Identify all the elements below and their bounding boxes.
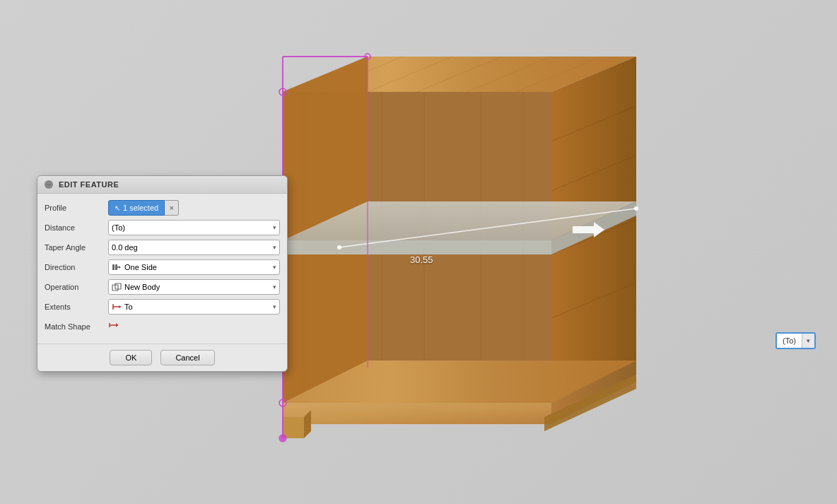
extents-icon	[112, 303, 122, 311]
svg-marker-27	[283, 240, 551, 254]
operation-control: New Body ▾	[108, 279, 280, 295]
floating-dropdown-value: (To)	[777, 336, 802, 345]
operation-label: Operation	[45, 283, 108, 291]
taper-angle-value: 0.0 deg	[112, 243, 138, 252]
operation-row: Operation New Body ▾	[45, 279, 280, 295]
3d-viewport[interactable]: 30.55 – EDIT FEATURE Profile ↖ 1 selecte…	[0, 0, 837, 504]
dialog-footer: OK Cancel	[37, 344, 287, 371]
taper-angle-arrow-icon: ▾	[273, 244, 276, 251]
taper-angle-row: Taper Angle 0.0 deg ▾	[45, 239, 280, 256]
dialog-body: Profile ↖ 1 selected × Distance (To)	[37, 194, 287, 344]
profile-label: Profile	[45, 204, 108, 212]
cursor-icon: ↖	[115, 204, 120, 212]
svg-marker-51	[116, 323, 118, 327]
distance-row: Distance (To) ▾	[45, 219, 280, 236]
svg-point-30	[337, 245, 341, 250]
taper-angle-control: 0.0 deg ▾	[108, 240, 280, 255]
ok-button[interactable]: OK	[110, 350, 152, 365]
extents-value: To	[124, 303, 133, 311]
taper-angle-label: Taper Angle	[45, 243, 108, 252]
distance-value: (To)	[112, 223, 125, 232]
extents-arrow-icon: ▾	[273, 303, 276, 310]
direction-arrow-icon: ▾	[273, 264, 276, 271]
operation-icon	[112, 283, 122, 291]
match-shape-control	[108, 320, 280, 334]
direction-label: Direction	[45, 263, 108, 271]
edit-feature-dialog: – EDIT FEATURE Profile ↖ 1 selected ×	[37, 175, 288, 372]
operation-value: New Body	[124, 283, 160, 291]
svg-rect-41	[112, 264, 115, 270]
svg-point-39	[279, 435, 286, 442]
extents-control: To ▾	[108, 299, 280, 315]
dialog-title: EDIT FEATURE	[59, 180, 119, 189]
distance-arrow-icon: ▾	[273, 224, 276, 231]
match-shape-icon	[108, 320, 119, 334]
svg-marker-44	[119, 266, 121, 269]
taper-angle-select[interactable]: 0.0 deg ▾	[108, 240, 280, 255]
close-icon: ×	[169, 204, 173, 212]
floating-to-dropdown[interactable]: (To) ▾	[775, 332, 816, 349]
svg-marker-22	[283, 403, 551, 424]
direction-value: One Side	[124, 263, 157, 271]
dialog-titlebar: – EDIT FEATURE	[37, 176, 287, 194]
svg-marker-23	[283, 417, 304, 438]
match-shape-label: Match Shape	[45, 322, 108, 331]
dialog-close-dot[interactable]: –	[45, 180, 53, 189]
profile-selected-button[interactable]: ↖ 1 selected	[108, 200, 165, 216]
svg-point-31	[634, 206, 638, 211]
profile-clear-button[interactable]: ×	[165, 200, 179, 216]
profile-control: ↖ 1 selected ×	[108, 200, 280, 216]
extents-select[interactable]: To ▾	[108, 299, 280, 315]
match-shape-row: Match Shape	[45, 318, 280, 335]
direction-row: Direction One	[45, 259, 280, 276]
distance-select[interactable]: (To) ▾	[108, 220, 280, 235]
extents-label: Extents	[45, 303, 108, 311]
svg-marker-48	[119, 305, 121, 308]
distance-label: Distance	[45, 223, 108, 232]
direction-control: One Side ▾	[108, 259, 280, 275]
extents-row: Extents To	[45, 298, 280, 315]
cancel-button[interactable]: Cancel	[160, 350, 214, 365]
operation-select[interactable]: New Body ▾	[108, 279, 280, 295]
floating-dropdown-arrow-icon: ▾	[802, 334, 814, 348]
direction-select[interactable]: One Side ▾	[108, 259, 280, 275]
profile-selected-text: 1 selected	[123, 204, 158, 212]
distance-control: (To) ▾	[108, 220, 280, 235]
direction-icon	[112, 263, 122, 271]
profile-row: Profile ↖ 1 selected ×	[45, 199, 280, 216]
operation-arrow-icon: ▾	[273, 283, 276, 291]
